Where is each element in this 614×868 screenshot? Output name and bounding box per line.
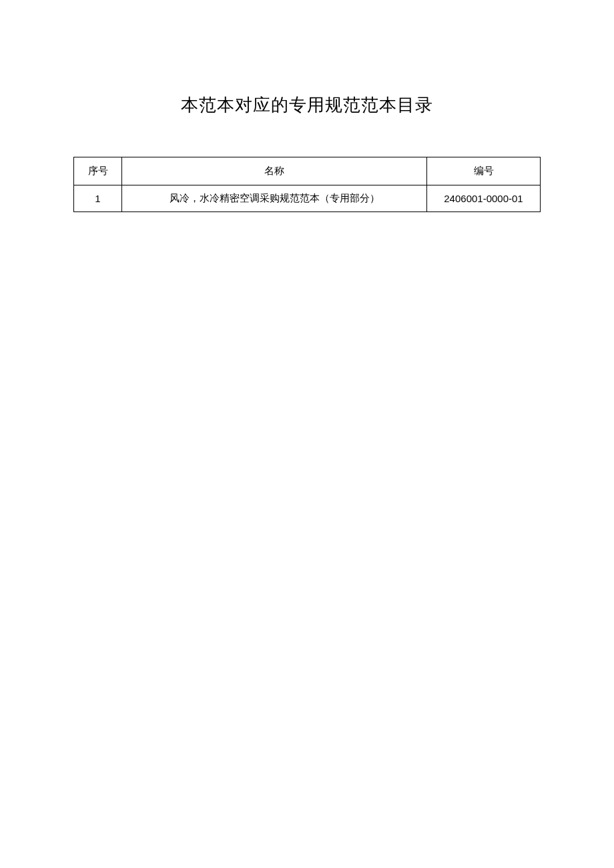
- spec-table: 序号 名称 编号 1 风冷，水冷精密空调采购规范范本（专用部分） 2406001…: [73, 157, 541, 212]
- table-row: 1 风冷，水冷精密空调采购规范范本（专用部分） 2406001-0000-01: [74, 185, 541, 212]
- cell-index: 1: [74, 185, 122, 212]
- page-title: 本范本对应的专用规范范本目录: [73, 93, 541, 117]
- header-code: 编号: [427, 157, 541, 185]
- document-page: 本范本对应的专用规范范本目录 序号 名称 编号 1 风冷，水冷精密空调采购规范范…: [0, 0, 614, 212]
- header-index: 序号: [74, 157, 122, 185]
- table-header-row: 序号 名称 编号: [74, 157, 541, 185]
- header-name: 名称: [122, 157, 427, 185]
- cell-name: 风冷，水冷精密空调采购规范范本（专用部分）: [122, 185, 427, 212]
- cell-code: 2406001-0000-01: [427, 185, 541, 212]
